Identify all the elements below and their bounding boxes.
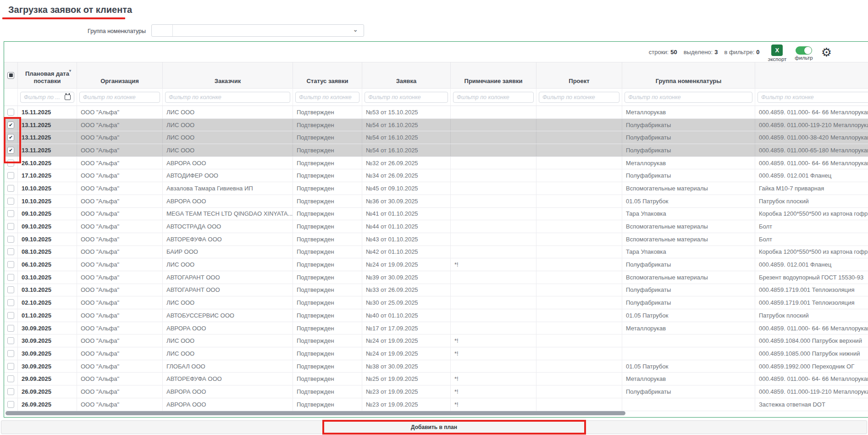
select-all-checkbox[interactable] xyxy=(7,72,14,79)
cell-date: 01.10.2025 xyxy=(18,309,77,322)
row-checkbox[interactable] xyxy=(7,350,14,357)
excel-export-icon[interactable]: X xyxy=(771,45,783,56)
column-header-customer[interactable]: Заказчик xyxy=(163,62,293,88)
table-row[interactable]: 26.10.2025ООО "Альфа"АВРОРА ОООПодтвержд… xyxy=(4,157,868,170)
select-divider xyxy=(172,25,173,36)
filter-input-date[interactable]: Фильтр по ... xyxy=(20,92,74,103)
row-checkbox[interactable] xyxy=(7,299,14,306)
table-row[interactable]: 02.10.2025ООО "Альфа"ЛИС ОООПодтвержден№… xyxy=(4,296,868,309)
filter-input-nomenclature[interactable]: Фильтр по колонке xyxy=(757,92,868,103)
table-row[interactable]: 26.09.2025ООО "Альфа"АВРОРА ОООПодтвержд… xyxy=(4,398,868,411)
table-row[interactable]: 03.10.2025ООО "Альфа"АВТОГАРАНТ ОООПодтв… xyxy=(4,271,868,284)
row-checkbox[interactable] xyxy=(7,236,14,243)
row-checkbox[interactable] xyxy=(7,160,14,167)
table-row[interactable]: 29.09.2025ООО "Альфа"АВТОРЕФУФА ОООПодтв… xyxy=(4,373,868,385)
nomenclature-group-select[interactable]: ⌄ xyxy=(151,24,364,37)
row-checkbox[interactable] xyxy=(7,325,14,332)
row-checkbox[interactable]: ✔ xyxy=(7,122,14,128)
column-header-org[interactable]: Организация xyxy=(77,62,163,88)
table-row[interactable]: 03.10.2025ООО "Альфа"АВТОГАРАНТ ОООПодтв… xyxy=(4,284,868,297)
cell-request: №24 от 19.09.2025 xyxy=(362,347,451,360)
table-row[interactable]: 17.10.2025ООО "Альфа"АВТОДИФЕР ОООПодтве… xyxy=(4,169,868,182)
filter-input-org[interactable]: Фильтр по колонке xyxy=(79,92,160,103)
column-header-project[interactable]: Проект xyxy=(536,62,622,88)
cell-status: Подтвержден xyxy=(293,271,362,284)
table-row[interactable]: 30.09.2025ООО "Альфа"ЛИС ОООПодтвержден№… xyxy=(4,335,868,347)
filter-input-project[interactable]: Фильтр по колонке xyxy=(539,92,619,103)
cell-status: Подтвержден xyxy=(293,131,362,144)
table-row[interactable]: 10.10.2025ООО "Альфа"АВРОРА ОООПодтвержд… xyxy=(4,195,868,208)
column-header-group[interactable]: Группа номенклатуры xyxy=(622,62,755,88)
row-checkbox[interactable] xyxy=(7,337,14,344)
cell-checkbox xyxy=(4,169,18,182)
column-header-request[interactable]: Заявка xyxy=(362,62,451,88)
table-row[interactable]: 26.09.2025ООО "Альфа"АВРОРА ОООПодтвержд… xyxy=(4,385,868,398)
cell-group: Металлорукав xyxy=(622,373,755,385)
table-row[interactable]: ✔13.11.2025ООО "Альфа"ЛИС ОООПодтвержден… xyxy=(4,131,868,144)
cell-request: №39 от 30.09.2025 xyxy=(362,271,451,284)
row-checkbox[interactable] xyxy=(7,274,14,281)
row-checkbox[interactable] xyxy=(7,248,14,255)
row-checkbox[interactable] xyxy=(7,198,14,205)
cell-request: №23 от 19.09.2025 xyxy=(362,398,451,411)
table-row[interactable]: 15.11.2025ООО "Альфа"ЛИС ОООПодтвержден№… xyxy=(4,106,868,119)
filter-control: фильтр xyxy=(795,46,813,61)
cell-org: ООО "Альфа" xyxy=(77,157,163,169)
table-row[interactable]: 30.09.2025ООО "Альфа"ГЛОБАЛ ОООПодтвержд… xyxy=(4,360,868,373)
cell-nomenclature: Коробка 1200*550*500 из картона гофриров… xyxy=(755,208,868,220)
row-checkbox[interactable] xyxy=(7,210,14,217)
row-checkbox[interactable] xyxy=(7,172,14,179)
row-checkbox[interactable]: ✔ xyxy=(7,134,14,141)
row-checkbox[interactable] xyxy=(7,223,14,230)
column-header-status[interactable]: Статус заявки xyxy=(293,62,362,88)
cell-org: ООО "Альфа" xyxy=(77,309,163,322)
table-row[interactable]: 30.09.2025ООО "Альфа"АВРОРА ОООПодтвержд… xyxy=(4,322,868,335)
table-row[interactable]: 09.10.2025ООО "Альфа"АВТОСТРАДА ОООПодтв… xyxy=(4,220,868,233)
filter-input-request[interactable]: Фильтр по колонке xyxy=(365,92,448,103)
table-row[interactable]: 10.10.2025ООО "Альфа"Авзалова Тамара Гив… xyxy=(4,182,868,195)
table-row[interactable]: 09.10.2025ООО "Альфа"АВТОРЕФУФА ОООПодтв… xyxy=(4,233,868,246)
row-checkbox[interactable] xyxy=(7,388,14,395)
row-checkbox[interactable] xyxy=(7,401,14,408)
table-row[interactable]: ✔13.11.2025ООО "Альфа"ЛИС ОООПодтвержден… xyxy=(4,144,868,157)
filter-input-group[interactable]: Фильтр по колонке xyxy=(625,92,752,103)
column-header-note[interactable]: Примечание заявки xyxy=(451,62,536,88)
filter-toggle[interactable] xyxy=(796,46,812,55)
filter-input-status[interactable]: Фильтр по колонке xyxy=(295,92,359,103)
gear-icon[interactable]: ⚙ xyxy=(821,46,832,58)
cell-nomenclature: Брезент водоупорный ГОСТ 15530-93 xyxy=(755,271,868,284)
filter-input-note[interactable]: Фильтр по колонке xyxy=(453,92,534,103)
table-body: 15.11.2025ООО "Альфа"ЛИС ОООПодтвержден№… xyxy=(4,106,868,411)
table-row[interactable]: 01.10.2025ООО "Альфа"АВТОБУССЕРВИС ОООПо… xyxy=(4,309,868,322)
table-row[interactable]: 06.10.2025ООО "Альфа"ЛИС ОООПодтвержден№… xyxy=(4,258,868,271)
cell-note xyxy=(451,182,536,195)
cell-checkbox xyxy=(4,208,18,220)
calendar-icon[interactable] xyxy=(65,95,71,100)
row-checkbox[interactable] xyxy=(7,375,14,382)
row-checkbox[interactable] xyxy=(7,286,14,293)
row-checkbox[interactable] xyxy=(7,261,14,268)
table-row[interactable]: 30.09.2025ООО "Альфа"ЛИС ОООПодтвержден№… xyxy=(4,347,868,360)
table-row[interactable]: 08.10.2025ООО "Альфа"БАИР ОООПодтвержден… xyxy=(4,246,868,259)
add-to-plan-button[interactable]: Добавить в план xyxy=(1,420,867,434)
export-control: X экспорт xyxy=(768,45,787,62)
horizontal-scrollbar[interactable] xyxy=(6,411,625,415)
column-header-nomenclature[interactable]: Номенклатура xyxy=(755,62,868,88)
row-checkbox[interactable] xyxy=(7,109,14,116)
sort-desc-icon[interactable]: ▼ xyxy=(68,69,72,73)
row-checkbox[interactable] xyxy=(7,185,14,192)
cell-note xyxy=(451,208,536,220)
cell-nomenclature: 000.4859.1084.000 Патрубок верхний xyxy=(755,335,868,347)
cell-nomenclature: 000.4859.1085.000 Патрубок нижний xyxy=(755,347,868,360)
cell-project xyxy=(536,360,622,373)
cell-request: №32 от 26.09.2025 xyxy=(362,157,451,169)
filter-input-customer[interactable]: Фильтр по колонке xyxy=(165,92,290,103)
row-checkbox[interactable]: ✔ xyxy=(7,147,14,154)
cell-note xyxy=(451,360,536,373)
cell-customer: ЛИС ООО xyxy=(163,347,293,360)
row-checkbox[interactable] xyxy=(7,312,14,319)
row-checkbox[interactable] xyxy=(7,363,14,370)
table-row[interactable]: ✔13.11.2025ООО "Альфа"ЛИС ОООПодтвержден… xyxy=(4,119,868,132)
table-row[interactable]: 09.10.2025ООО "Альфа"MEGA TEAM TECH LTD … xyxy=(4,208,868,221)
column-header-date[interactable]: Плановая дата поставки▼ xyxy=(18,62,77,88)
